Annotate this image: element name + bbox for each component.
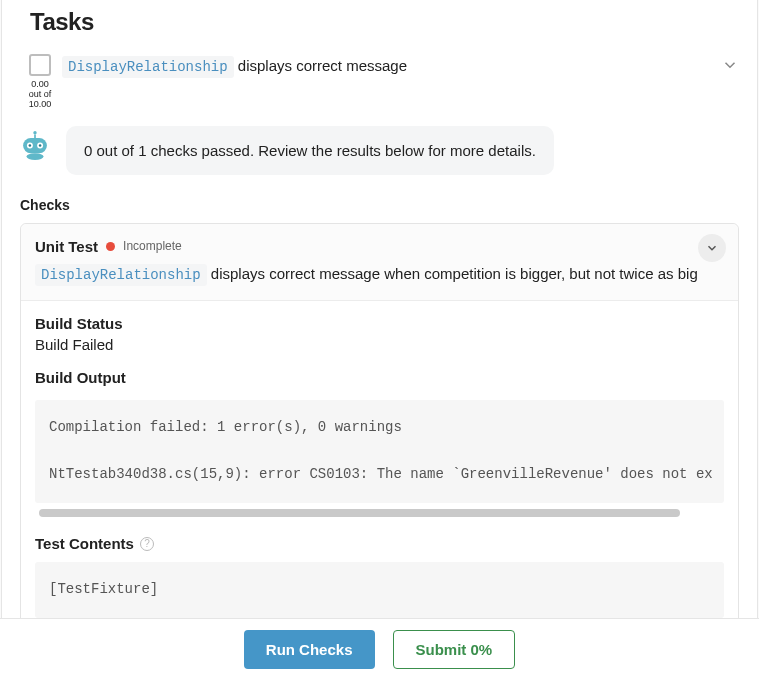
horizontal-scrollbar[interactable] xyxy=(39,509,680,517)
page-title: Tasks xyxy=(2,0,757,46)
task-description: DisplayRelationship displays correct mes… xyxy=(62,52,721,75)
help-icon[interactable]: ? xyxy=(140,537,154,551)
task-code-token: DisplayRelationship xyxy=(62,56,234,78)
bot-message-bubble: 0 out of 1 checks passed. Review the res… xyxy=(66,126,554,175)
checks-label: Checks xyxy=(2,191,757,223)
status-dot-icon xyxy=(106,242,115,251)
build-status-value: Build Failed xyxy=(35,336,724,353)
bot-message-row: 0 out of 1 checks passed. Review the res… xyxy=(2,116,757,191)
svg-point-5 xyxy=(29,144,32,147)
checks-card: Unit Test Incomplete DisplayRelationship… xyxy=(20,223,739,625)
test-contents-code[interactable]: [TestFixture] xyxy=(35,562,724,618)
svg-point-7 xyxy=(27,153,44,160)
check-name: Unit Test xyxy=(35,238,98,255)
task-row: 0.00 out of 10.00 DisplayRelationship di… xyxy=(2,46,757,116)
svg-rect-2 xyxy=(23,138,47,153)
build-status-label: Build Status xyxy=(35,315,724,332)
task-score: 0.00 out of 10.00 xyxy=(29,80,52,110)
svg-point-6 xyxy=(39,144,42,147)
svg-point-0 xyxy=(33,131,36,134)
check-code-token: DisplayRelationship xyxy=(35,264,207,286)
bot-avatar-icon xyxy=(18,126,52,160)
chevron-down-icon[interactable] xyxy=(721,52,743,78)
collapse-button[interactable] xyxy=(698,234,726,262)
footer-bar: Run Checks Submit 0% xyxy=(0,618,759,682)
build-output-code[interactable]: Compilation failed: 1 error(s), 0 warnin… xyxy=(35,400,724,503)
submit-button[interactable]: Submit 0% xyxy=(393,630,516,669)
run-checks-button[interactable]: Run Checks xyxy=(244,630,375,669)
check-status: Incomplete xyxy=(123,239,182,253)
check-description: DisplayRelationship displays correct mes… xyxy=(35,255,722,286)
task-checkbox[interactable] xyxy=(29,54,51,76)
build-output-label: Build Output xyxy=(35,369,724,386)
check-header: Unit Test Incomplete DisplayRelationship… xyxy=(21,224,738,301)
test-contents-label: Test Contents xyxy=(35,535,134,552)
